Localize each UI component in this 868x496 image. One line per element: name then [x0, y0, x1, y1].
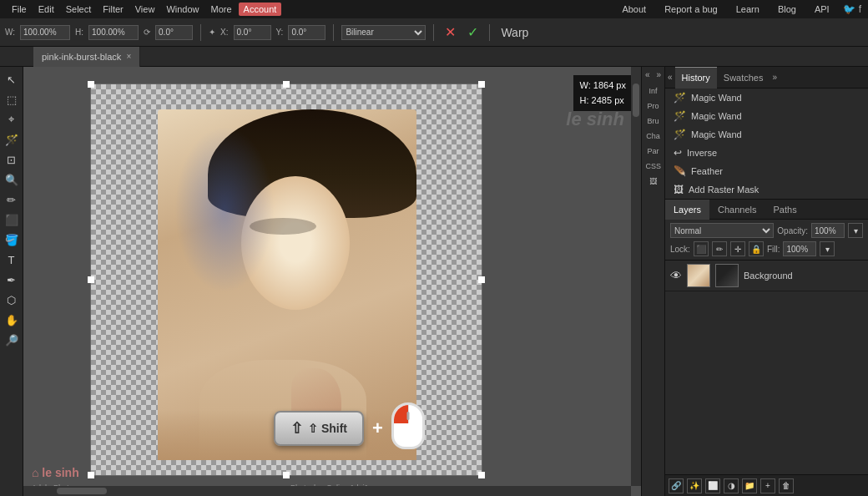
history-item-5[interactable]: 🪶 Feather [665, 162, 868, 180]
zoom-tool[interactable]: 🔎 [3, 331, 21, 349]
opacity-dropdown-btn[interactable]: ▾ [848, 223, 863, 238]
lock-pixels-btn[interactable]: ⬛ [694, 241, 709, 256]
fill-dropdown-btn[interactable]: ▾ [820, 241, 835, 256]
transform-handle-tr[interactable] [478, 81, 485, 88]
type-tool[interactable]: T [3, 251, 21, 269]
history-panel-right-arrow[interactable]: » [770, 73, 780, 82]
nav-report-bug[interactable]: Report a bug [659, 3, 723, 16]
properties-panel-btn[interactable]: Pro [644, 99, 663, 113]
transform-handle-tm[interactable] [283, 81, 290, 88]
add-style-btn[interactable]: ✨ [687, 478, 702, 493]
channels-panel-btn[interactable]: Cha [644, 129, 663, 143]
new-layer-btn[interactable]: + [760, 478, 775, 493]
layer-item-background[interactable]: 👁 Background [665, 261, 868, 291]
history-label-2: Magic Wand [691, 111, 742, 121]
add-group-btn[interactable]: 📁 [742, 478, 757, 493]
selection-tool[interactable]: ⬚ [3, 90, 21, 109]
history-item-6[interactable]: 🖼 Add Raster Mask [665, 180, 868, 199]
blue-light-effect [174, 126, 275, 293]
nav-about[interactable]: About [617, 3, 651, 16]
blend-mode-select[interactable]: Normal Multiply Screen Overlay [670, 223, 774, 238]
link-layers-btn[interactable]: 🔗 [669, 478, 684, 493]
eyedropper-tool[interactable]: 🔍 [3, 170, 21, 189]
warp-button[interactable]: Warp [497, 24, 532, 41]
crop-tool[interactable]: ⊡ [3, 150, 21, 169]
transform-handle-br[interactable] [478, 472, 485, 478]
nav-select[interactable]: Select [61, 3, 97, 16]
lock-paint-btn[interactable]: ✏ [712, 241, 727, 256]
brand-logo-watermark: ⌂ le sinh [32, 466, 79, 479]
history-item-2[interactable]: 🪄 Magic Wand [665, 107, 868, 125]
add-mask-btn[interactable]: ⬜ [705, 478, 720, 493]
confirm-transform-button[interactable]: ✓ [464, 23, 482, 42]
nav-account[interactable]: Account [239, 3, 282, 16]
transform-handle-tl[interactable] [88, 81, 94, 88]
nav-view[interactable]: View [130, 3, 160, 16]
scrollbar-thumb-v[interactable] [633, 84, 639, 117]
tab-swatches[interactable]: Swatches [717, 67, 770, 89]
scrollbar-thumb-h[interactable] [57, 488, 107, 494]
delete-layer-btn[interactable]: 🗑 [779, 478, 794, 493]
transform-handle-bl[interactable] [88, 472, 94, 478]
collapse-right-arrow[interactable]: » [654, 70, 664, 79]
shape-tool[interactable]: ⬡ [3, 291, 21, 309]
move-tool[interactable]: ↖ [3, 70, 21, 89]
tab-paths[interactable]: Paths [765, 200, 805, 220]
canvas-height-info: H: 2485 px [580, 94, 626, 109]
height-input[interactable] [88, 25, 139, 40]
y-input[interactable] [288, 25, 326, 40]
canvas-scrollbar-vertical[interactable] [631, 67, 641, 486]
nav-file[interactable]: File [7, 3, 32, 16]
twitter-icon[interactable]: 🐦 [843, 3, 855, 15]
lock-position-btn[interactable]: ✛ [730, 241, 745, 256]
paragraph-panel-btn[interactable]: Par [644, 144, 663, 158]
pen-tool[interactable]: ✒ [3, 271, 21, 289]
magic-wand-tool[interactable]: 🪄 [3, 130, 21, 149]
transform-handle-bm[interactable] [283, 472, 290, 478]
history-item-1[interactable]: 🪄 Magic Wand [665, 89, 868, 107]
brush-tool[interactable]: ✏ [3, 190, 21, 209]
facebook-icon[interactable]: f [859, 3, 861, 15]
nav-edit[interactable]: Edit [33, 3, 59, 16]
transform-handle-ml[interactable] [88, 276, 94, 283]
document-tab[interactable]: pink-ink-burst-black × [33, 47, 140, 67]
history-label-3: Magic Wand [691, 129, 742, 139]
cancel-transform-button[interactable]: ✕ [442, 23, 459, 42]
nav-more[interactable]: More [206, 3, 237, 16]
fill-input[interactable] [783, 241, 816, 256]
nav-blog[interactable]: Blog [773, 3, 801, 16]
canvas-area[interactable]: le sinh W: 1864 px H: 2485 px [23, 67, 641, 496]
tab-channels[interactable]: Channels [709, 200, 765, 220]
transform-handle-mr[interactable] [478, 276, 485, 283]
width-label: W: [5, 28, 15, 37]
add-adjustment-btn[interactable]: ◑ [724, 478, 739, 493]
opacity-input[interactable] [811, 223, 845, 238]
interpolation-select[interactable]: Bilinear Bicubic Nearest Neighbor [341, 25, 426, 40]
nav-learn[interactable]: Learn [731, 3, 765, 16]
history-item-3[interactable]: 🪄 Magic Wand [665, 125, 868, 144]
layer-visibility-toggle[interactable]: 👁 [670, 269, 682, 282]
tab-history[interactable]: History [675, 67, 717, 89]
history-panel-left-arrow[interactable]: « [665, 73, 675, 82]
nav-window[interactable]: Window [161, 3, 204, 16]
css-panel-btn[interactable]: CSS [644, 159, 663, 173]
lasso-tool[interactable]: ⌖ [3, 110, 21, 129]
info-panel-btn[interactable]: Inf [644, 84, 663, 98]
image-panel-btn[interactable]: 🖼 [644, 175, 663, 188]
tab-layers[interactable]: Layers [665, 200, 709, 220]
history-item-4[interactable]: ↩ Inverse [665, 144, 868, 162]
canvas-scrollbar-horizontal[interactable] [23, 486, 631, 496]
nav-filter[interactable]: Filter [98, 3, 128, 16]
hand-tool[interactable]: ✋ [3, 311, 21, 329]
tab-name: pink-ink-burst-black [42, 52, 121, 62]
rotate-input[interactable] [155, 25, 193, 40]
lock-all-btn[interactable]: 🔒 [749, 241, 764, 256]
width-input[interactable] [20, 25, 70, 40]
bucket-tool[interactable]: 🪣 [3, 230, 21, 249]
x-input[interactable] [234, 25, 271, 40]
tab-close-button[interactable]: × [126, 52, 131, 61]
brush-panel-btn[interactable]: Bru [644, 114, 663, 128]
eraser-tool[interactable]: ⬛ [3, 210, 21, 229]
nav-api[interactable]: API [810, 3, 835, 16]
collapse-left-arrow[interactable]: « [643, 70, 653, 79]
